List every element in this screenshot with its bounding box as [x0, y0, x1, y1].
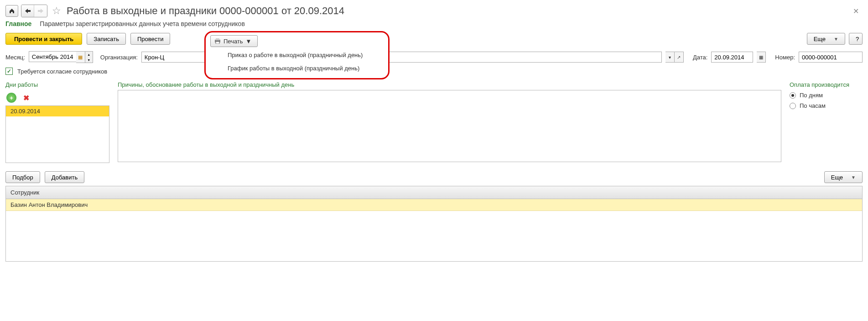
- print-menu-item-order[interactable]: Приказ о работе в выходной (праздничный …: [206, 47, 388, 60]
- org-label: Организация:: [100, 54, 138, 61]
- month-down-button[interactable]: ▼: [85, 57, 93, 63]
- caret-down-icon: ▼: [246, 38, 252, 45]
- printer-icon: [214, 38, 221, 44]
- select-employee-button[interactable]: Подбор: [5, 171, 40, 183]
- employee-more-button[interactable]: Еще ▼: [824, 171, 863, 183]
- home-button[interactable]: [5, 5, 18, 17]
- page-title: Работа в выходные и праздники 0000-00000…: [67, 5, 344, 17]
- print-dropdown-panel: Печать ▼ Приказ о работе в выходной (пра…: [204, 31, 390, 79]
- help-button[interactable]: ?: [849, 33, 863, 45]
- day-row[interactable]: 20.09.2014: [6, 106, 109, 116]
- table-empty-area[interactable]: [6, 211, 862, 261]
- post-and-close-button[interactable]: Провести и закрыть: [5, 33, 82, 45]
- radio-by-hours[interactable]: [790, 103, 796, 109]
- back-button[interactable]: [21, 5, 34, 17]
- caret-down-icon: ▼: [834, 37, 838, 42]
- date-input[interactable]: [711, 52, 753, 63]
- calendar-icon[interactable]: ▦: [76, 51, 85, 63]
- delete-day-button[interactable]: ✖: [21, 93, 31, 103]
- tab-params[interactable]: Параметры зарегистрированных данных учет…: [40, 20, 245, 27]
- svg-rect-1: [216, 38, 219, 40]
- save-button[interactable]: Записать: [87, 33, 126, 45]
- tab-main[interactable]: Главное: [5, 20, 31, 27]
- month-input[interactable]: [29, 51, 76, 62]
- consent-checkbox[interactable]: ✓: [5, 68, 13, 75]
- month-label: Месяц:: [5, 54, 25, 61]
- more-button[interactable]: Еще ▼: [807, 33, 845, 45]
- post-button[interactable]: Провести: [130, 33, 171, 45]
- org-open-button[interactable]: ↗: [675, 52, 684, 63]
- print-menu-item-schedule[interactable]: График работы в выходной (праздничный де…: [206, 60, 388, 74]
- add-day-button[interactable]: +: [6, 93, 16, 103]
- caret-down-icon: ▼: [851, 175, 856, 180]
- forward-button[interactable]: [34, 5, 47, 17]
- payment-section-title: Оплата производится: [790, 81, 863, 88]
- consent-label: Требуется согласие сотрудников: [17, 68, 107, 75]
- radio-by-days[interactable]: [790, 92, 796, 99]
- svg-rect-2: [216, 42, 219, 44]
- add-employee-button[interactable]: Добавить: [45, 171, 84, 183]
- close-button[interactable]: ✕: [849, 7, 863, 16]
- number-input[interactable]: [799, 52, 863, 63]
- radio-by-days-label: По дням: [800, 92, 823, 99]
- print-button[interactable]: Печать ▼: [210, 35, 258, 47]
- days-list[interactable]: 20.09.2014: [5, 105, 109, 163]
- date-picker-button[interactable]: ▦: [757, 52, 766, 63]
- date-label: Дата:: [693, 54, 707, 61]
- number-label: Номер:: [775, 54, 795, 61]
- days-section-title: Дни работы: [5, 81, 109, 88]
- radio-by-hours-label: По часам: [800, 102, 826, 109]
- month-up-button[interactable]: ▲: [85, 52, 93, 57]
- table-header-employee: Сотрудник: [6, 186, 862, 199]
- reason-section-title: Причины, обоснование работы в выходной и…: [118, 81, 781, 88]
- org-dropdown-button[interactable]: ▾: [665, 52, 675, 63]
- reason-textarea[interactable]: [118, 90, 781, 162]
- favorite-icon[interactable]: ☆: [52, 5, 61, 17]
- table-row[interactable]: Базин Антон Владимирович: [6, 199, 862, 211]
